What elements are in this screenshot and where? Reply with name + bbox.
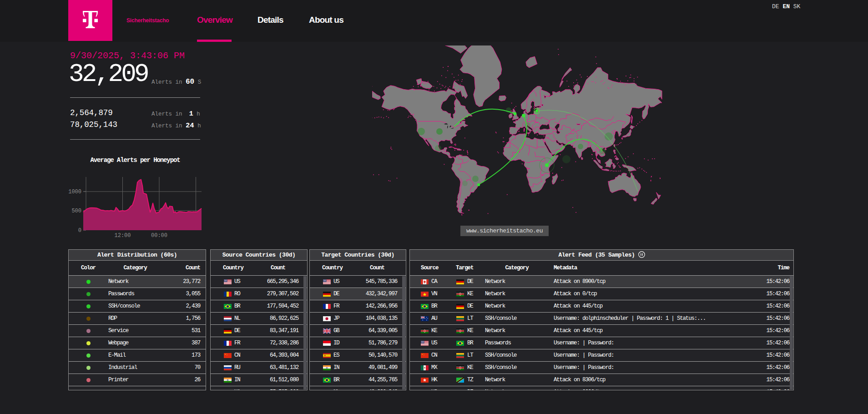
svg-text:0: 0 (78, 227, 81, 234)
svg-text:00:00: 00:00 (151, 232, 167, 239)
svg-text:500: 500 (71, 208, 81, 214)
svg-text:1000: 1000 (68, 189, 81, 195)
svg-text:12:00: 12:00 (114, 232, 131, 239)
